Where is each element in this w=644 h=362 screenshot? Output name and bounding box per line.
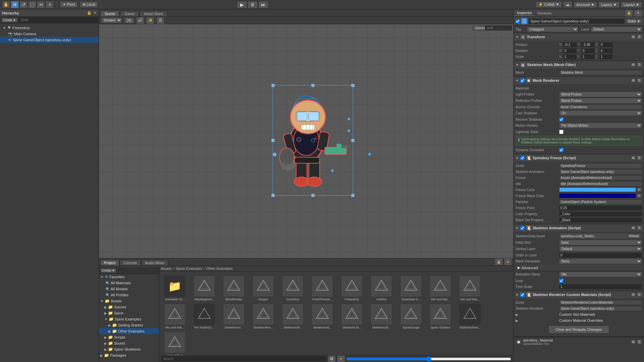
asset-item[interactable]: Freezeboy: [338, 276, 365, 301]
project-settings[interactable]: ⚙: [328, 355, 336, 362]
position-x[interactable]: [563, 42, 577, 47]
dynamic-occluded-check[interactable]: [559, 148, 564, 152]
mask-interaction-select[interactable]: None: [559, 258, 642, 264]
freeze-black-color-picker[interactable]: ✏: [637, 193, 642, 198]
tree-item-all-materials[interactable]: 🔍 All Materials: [99, 280, 159, 286]
skeleton-data-reload[interactable]: Reload: [627, 234, 640, 238]
freeze-color-swatch[interactable]: [559, 187, 636, 192]
shading-select[interactable]: Shaded: [101, 17, 122, 23]
asset-item[interactable]: StateMachine...: [457, 304, 483, 329]
tab-services[interactable]: Services: [536, 10, 553, 16]
hierarchy-item[interactable]: 📷 Main Camera: [0, 31, 99, 37]
asset-item[interactable]: SkeletonUtil...: [279, 304, 306, 329]
rotation-y[interactable]: [581, 48, 595, 53]
project-close[interactable]: ✕: [504, 258, 512, 265]
object-active-checkbox[interactable]: [516, 19, 520, 23]
collab-button[interactable]: ⚡ Collab ▼: [536, 1, 562, 8]
mesh-renderer-menu[interactable]: ☰: [637, 78, 642, 83]
pivot-button[interactable]: ✦ Pivot: [60, 1, 78, 8]
spineboy-freeze-header[interactable]: ▼ 📜 Spineboy Freeze (Script) ⚙ ☰: [514, 154, 644, 162]
asset-item[interactable]: VertexEffect: [161, 332, 188, 355]
motion-vectors-select[interactable]: Per Object Motion: [559, 123, 642, 128]
position-z[interactable]: [599, 42, 613, 47]
skeleton-renderer-custom-menu[interactable]: ☰: [637, 292, 642, 297]
static-toggle-button[interactable]: Static ▼: [626, 19, 642, 24]
hierarchy-lock[interactable]: 🔒: [87, 11, 92, 15]
hierarchy-item-selected[interactable]: 👁 Spine GameObject (spineboy-unity): [0, 37, 99, 43]
light-probes-select[interactable]: Blend Probes: [559, 92, 642, 97]
asset-item[interactable]: Sprite Shaders: [427, 304, 454, 329]
black-tint-input[interactable]: [559, 218, 642, 223]
asset-item[interactable]: FixedTimeste...: [309, 276, 336, 301]
project-add[interactable]: +: [337, 355, 345, 362]
skeleton-animation-menu[interactable]: ☰: [637, 226, 642, 230]
reflection-probes-select[interactable]: Blend Probes: [559, 98, 642, 104]
tree-item-spine[interactable]: ▶ 📁 Spine: [99, 310, 159, 316]
inspector-close[interactable]: ✕: [634, 9, 642, 17]
animation-name-select[interactable]: idle: [559, 272, 642, 277]
skeleton-mesh-settings[interactable]: ⚙: [631, 62, 636, 67]
tab-project[interactable]: Project: [100, 260, 119, 265]
project-create-button[interactable]: Create ▼: [100, 268, 116, 273]
project-lock[interactable]: 🔒: [495, 258, 503, 265]
asset-item[interactable]: SkeletonUtil...: [309, 304, 336, 329]
account-button[interactable]: Account ▼: [574, 2, 597, 8]
asset-item[interactable]: Dragon: [250, 276, 277, 301]
position-y[interactable]: [581, 42, 595, 47]
skeleton-animation-header[interactable]: ▼ 📜 Skeleton Animation (Script) ⚙ ☰: [514, 224, 644, 232]
material-settings[interactable]: ⚙: [631, 340, 636, 344]
tree-item-other-examples[interactable]: ▶ 📁 Other Examples: [99, 328, 159, 334]
lightmap-static-check[interactable]: [559, 130, 564, 134]
hierarchy-item[interactable]: ▼ ⚑ Freezeboy: [0, 25, 99, 31]
rect-tool[interactable]: ⇔: [37, 1, 45, 8]
object-name-field[interactable]: [529, 18, 625, 24]
hierarchy-search-input[interactable]: [19, 17, 97, 22]
asset-item[interactable]: SkeletonUtil...: [368, 304, 395, 329]
asset-item[interactable]: SkeletonAni...: [220, 304, 247, 329]
tab-asset-store[interactable]: Asset Store: [140, 11, 167, 16]
mesh-renderer-header[interactable]: ▼ 🔲 Mesh Renderer ⚙ ☰: [514, 77, 644, 84]
receive-shadows-check[interactable]: [559, 117, 564, 122]
tree-item-assets[interactable]: ▼ 📁 Assets: [99, 298, 159, 304]
scene-settings[interactable]: ☰: [156, 17, 164, 24]
step-button[interactable]: ⏭: [258, 1, 268, 8]
mesh-renderer-enabled[interactable]: [520, 78, 525, 83]
skeleton-renderer-custom-enabled[interactable]: [520, 293, 525, 297]
material-menu[interactable]: ☰: [637, 340, 642, 344]
layer-select[interactable]: Default: [591, 26, 642, 32]
layers-button[interactable]: Layers ▼: [598, 2, 620, 8]
asset-item[interactable]: BlendModes: [220, 276, 247, 301]
advanced-toggle[interactable]: ▶ Advanced: [518, 265, 640, 270]
transform-menu[interactable]: ☰: [637, 35, 642, 39]
tab-inspector[interactable]: Inspector: [516, 10, 533, 16]
skeleton-mesh-header[interactable]: ▼ ▦ Skeleton Mesh (Mesh Filter) ⚙ ☰: [514, 61, 644, 68]
scale-y[interactable]: [581, 54, 595, 59]
scale-x[interactable]: [563, 54, 577, 59]
fx-toggle[interactable]: ✨: [146, 17, 154, 24]
skeleton-renderer-custom-header[interactable]: ▼ 📜 Skeleton Renderer Custom Materials (…: [514, 291, 644, 298]
freeze-color-picker[interactable]: ✏: [637, 187, 642, 192]
asset-item[interactable]: Mix and Mat...: [427, 276, 454, 301]
tree-item-spine-examples[interactable]: ▼ 📁 Spine Examples: [99, 316, 159, 322]
mesh-renderer-settings[interactable]: ⚙: [631, 78, 636, 83]
asset-item[interactable]: 📁 Animation Te...: [161, 276, 188, 301]
initial-skin-select[interactable]: base: [559, 240, 642, 245]
skeleton-renderer-custom-settings[interactable]: ⚙: [631, 292, 636, 297]
tab-scene[interactable]: Scene: [100, 11, 119, 16]
asset-item[interactable]: Mix and Mat...: [457, 276, 483, 301]
2d-button[interactable]: 2D: [124, 17, 134, 23]
transform-header[interactable]: ▼ ⊕ Transform ⚙ ☰: [514, 33, 644, 41]
scene-search-input[interactable]: [485, 25, 512, 31]
project-search-input[interactable]: [161, 356, 326, 361]
asset-item[interactable]: Instantiate fr...: [397, 276, 424, 301]
scale-z[interactable]: [599, 54, 613, 59]
zoom-slider[interactable]: [346, 356, 512, 362]
local-button[interactable]: ⊕ Local: [80, 1, 98, 8]
play-button[interactable]: ▶: [237, 1, 247, 8]
spineboy-freeze-enabled[interactable]: [520, 156, 525, 160]
clear-reapply-button[interactable]: Clear and Reapply Changes: [548, 325, 609, 334]
spineboy-freeze-settings[interactable]: ⚙: [631, 156, 636, 160]
tree-item-all-models[interactable]: 🔍 All Models: [99, 286, 159, 292]
freeze-point-input[interactable]: [559, 205, 642, 210]
breadcrumb-assets[interactable]: Assets: [161, 266, 172, 270]
